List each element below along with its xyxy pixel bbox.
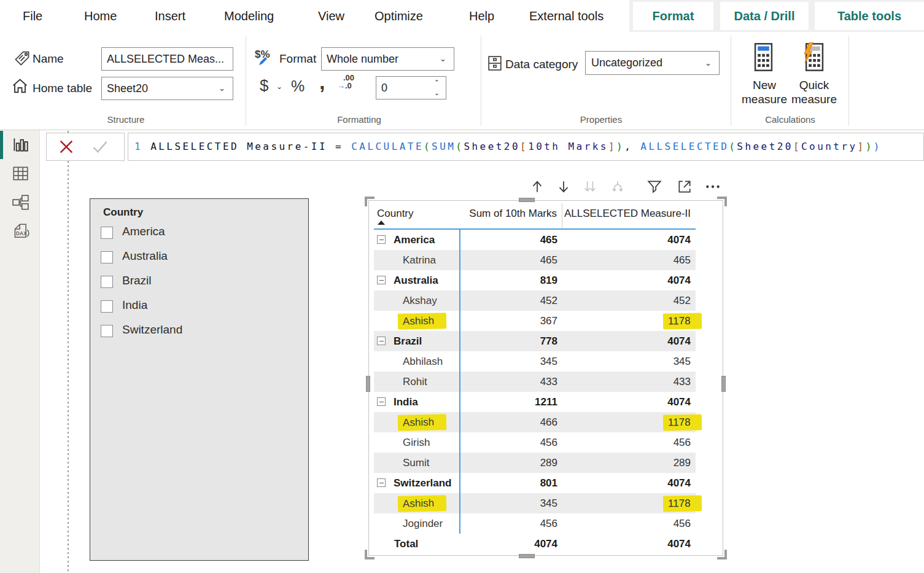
cell-measure: 465 [562, 250, 696, 270]
row-label: Abhilash [403, 351, 443, 372]
checkbox[interactable] [101, 325, 113, 337]
matrix-row-katrina[interactable]: Katrina465465 [374, 250, 696, 270]
resize-handle-right[interactable] [721, 376, 726, 392]
matrix-row-ashish[interactable]: Ashish3451178 [374, 493, 696, 513]
matrix-row-brazil[interactable]: Brazil7784074 [374, 331, 696, 351]
matrix-header-row: Country Sum of 10th Marks ALLSELECTED Me… [374, 203, 696, 230]
dax-token: ( [729, 141, 737, 152]
quick-measure-icon [803, 42, 824, 74]
cell-marks: 466 [460, 412, 562, 432]
dax-token: ( [424, 141, 432, 152]
home-table-dropdown[interactable]: Sheet20 ⌄ [101, 77, 233, 100]
home-icon [11, 77, 29, 98]
dax-query-view-icon[interactable]: DAX [12, 223, 29, 240]
matrix-row-total[interactable]: Total40744074 [374, 534, 696, 554]
row-label: Switzerland [394, 473, 451, 493]
percent-button[interactable]: % [291, 77, 305, 95]
resize-handle-bottom[interactable] [519, 554, 535, 558]
resize-handle-top[interactable] [519, 198, 535, 202]
row-label: Brazil [394, 331, 422, 351]
data-category-dropdown[interactable]: Uncategorized ⌄ [585, 51, 720, 75]
more-options-icon[interactable] [705, 179, 721, 195]
matrix-row-rohit[interactable]: Rohit433433 [374, 372, 696, 392]
menu-tab-external-tools[interactable]: External tools [529, 0, 604, 32]
data-view-icon[interactable] [12, 165, 29, 182]
slicer-item-switzerland[interactable]: Switzerland [90, 319, 308, 343]
dax-formula-bar[interactable]: 1 ALLSELECTED Measure-II = CALCULATE(SUM… [128, 133, 924, 161]
resize-grip-corner[interactable] [365, 550, 375, 559]
data-category-icon [488, 56, 502, 73]
drill-up-icon[interactable] [529, 179, 545, 195]
slicer-item-india[interactable]: India [90, 294, 308, 319]
collapse-icon[interactable] [377, 337, 386, 345]
menu-tab-home[interactable]: Home [84, 0, 117, 32]
resize-grip-corner[interactable] [717, 550, 727, 559]
drill-down-icon[interactable] [556, 179, 572, 195]
menu-tab-insert[interactable]: Insert [155, 0, 185, 32]
collapse-icon[interactable] [377, 478, 386, 487]
new-measure-icon [754, 42, 773, 74]
slicer-title: Country [103, 206, 143, 219]
menu-tab-optimize[interactable]: Optimize [375, 0, 423, 32]
slicer-item-brazil[interactable]: Brazil [90, 270, 308, 294]
matrix-row-sumit[interactable]: Sumit289289 [374, 453, 696, 473]
matrix-row-akshay[interactable]: Akshay452452 [374, 290, 696, 311]
cell-marks: 819 [460, 270, 562, 290]
matrix-row-abhilash[interactable]: Abhilash345345 [374, 351, 696, 372]
matrix-row-india[interactable]: India12114074 [374, 392, 696, 412]
spinner-arrows[interactable]: ⌃⌄ [434, 77, 440, 98]
report-view-icon[interactable] [12, 136, 29, 153]
contextual-tab-table-tools[interactable]: Table tools [815, 2, 924, 30]
decimal-places-icon[interactable]: .00→.0 [337, 74, 354, 90]
matrix-visual[interactable]: Country Sum of 10th Marks ALLSELECTED Me… [368, 200, 723, 556]
decimal-places-input[interactable]: 0 ⌃⌄ [376, 76, 446, 99]
checkbox[interactable] [101, 300, 113, 313]
format-dropdown[interactable]: Whole number ⌄ [321, 47, 454, 71]
focus-mode-icon[interactable] [677, 179, 693, 195]
cell-marks: 456 [460, 513, 562, 534]
resize-grip-corner[interactable] [365, 197, 375, 206]
menu-tab-view[interactable]: View [318, 0, 344, 32]
currency-button[interactable]: $ [260, 76, 268, 95]
quick-measure-button[interactable]: Quickmeasure [789, 78, 839, 106]
dax-token: Country [801, 141, 858, 152]
commit-formula-icon[interactable] [91, 138, 109, 158]
column-header-measure[interactable]: ALLSELECTED Measure-II [562, 203, 696, 228]
cancel-formula-icon[interactable] [58, 138, 75, 158]
cell-measure: 4074 [562, 392, 696, 412]
filter-icon[interactable] [646, 179, 662, 195]
cell-measure: 1178 [562, 412, 696, 432]
menu-tab-modeling[interactable]: Modeling [224, 0, 274, 32]
collapse-icon[interactable] [377, 276, 386, 284]
collapse-icon[interactable] [377, 397, 386, 406]
row-label: Ashish [403, 311, 446, 331]
model-view-icon[interactable] [12, 194, 29, 211]
thousands-separator-button[interactable]: , [319, 70, 325, 94]
matrix-row-joginder[interactable]: Joginder456456 [374, 513, 696, 534]
matrix-row-australia[interactable]: Australia8194074 [374, 270, 696, 290]
row-label: America [394, 230, 435, 250]
slicer-item-america[interactable]: America [90, 220, 308, 245]
contextual-tab-format[interactable]: Format [633, 2, 713, 30]
matrix-row-switzerland[interactable]: Switzerland8014074 [374, 473, 696, 493]
new-measure-button[interactable]: Newmeasure [740, 78, 789, 106]
checkbox[interactable] [101, 251, 113, 263]
contextual-tab-data-drill[interactable]: Data / Drill [720, 2, 809, 30]
matrix-row-ashish[interactable]: Ashish4661178 [374, 412, 696, 432]
resize-handle-left[interactable] [366, 376, 370, 392]
collapse-icon[interactable] [377, 235, 386, 244]
row-label: Akshay [403, 290, 437, 311]
matrix-row-girish[interactable]: Girish456456 [374, 432, 696, 453]
column-header-country[interactable]: Country [374, 203, 460, 228]
column-header-marks[interactable]: Sum of 10th Marks [460, 203, 562, 228]
menu-tab-file[interactable]: File [23, 0, 42, 32]
matrix-row-ashish[interactable]: Ashish3671178 [374, 311, 696, 331]
slicer-item-australia[interactable]: Australia [90, 245, 308, 270]
chevron-down-icon[interactable]: ⌄ [276, 82, 282, 91]
checkbox[interactable] [101, 276, 113, 288]
matrix-row-america[interactable]: America4654074 [374, 230, 696, 250]
measure-name-input[interactable]: ALLSELECTED Meas... [101, 47, 233, 71]
checkbox[interactable] [101, 227, 113, 239]
menu-tab-help[interactable]: Help [469, 0, 494, 32]
resize-grip-corner[interactable] [717, 197, 727, 206]
